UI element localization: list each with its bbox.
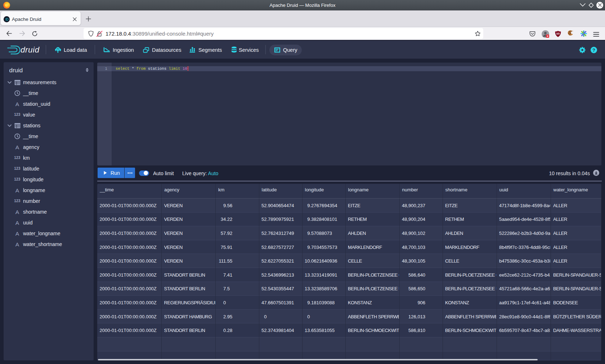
svg-text:UO: UO <box>556 32 560 35</box>
